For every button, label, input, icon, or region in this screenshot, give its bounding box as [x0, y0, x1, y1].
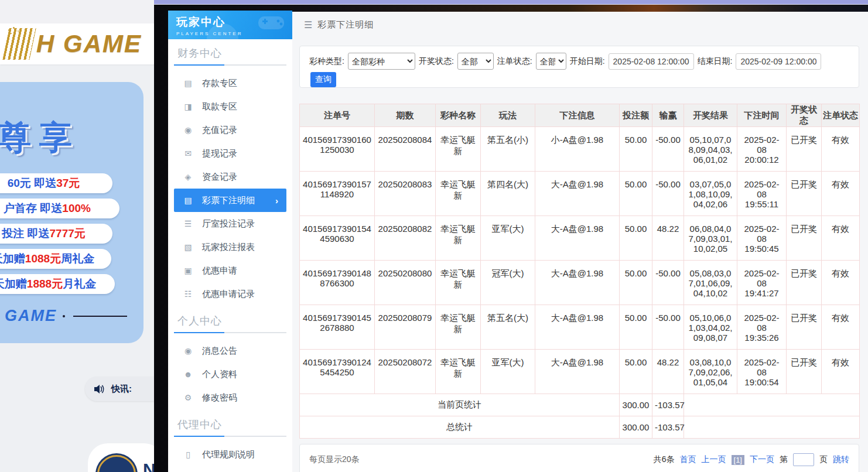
table-cell: 幸运飞艇新 — [436, 350, 481, 394]
promo-footer-dot — [63, 315, 65, 317]
sidebar-sections: 财务中心▤存款专区◨取款专区◉充值记录✉提现记录◈资金记录▤彩票下注明细›☰厅室… — [168, 39, 292, 472]
jump-page-input[interactable] — [793, 453, 814, 466]
agent-rules-icon: ▯ — [183, 450, 193, 459]
table-cell: 401569173901245454250 — [300, 350, 375, 394]
sidebar-item-label: 优惠申请记录 — [202, 289, 255, 300]
table-cell: 已开奖 — [787, 172, 822, 216]
sidebar-header: 玩家中心 PLAYERS CENTER — [168, 11, 292, 39]
hamburger-icon[interactable]: ☰ — [304, 19, 312, 30]
sidebar-item[interactable]: ✉提现记录 — [168, 142, 292, 165]
table-cell: 50.00 — [620, 216, 652, 261]
bell-icon: ◉ — [183, 346, 193, 355]
table-row: 40156917390157114892020250208083幸运飞艇新第四名… — [300, 172, 860, 216]
player-center-overlay: 玩家中心 PLAYERS CENTER 财务中心▤存款专区◨取款专区◉充值记录✉… — [154, 0, 868, 472]
table-row: 40156917390124545425020250208072幸运飞艇新亚军(… — [300, 350, 860, 394]
order-status-select[interactable]: 全部 — [536, 53, 566, 70]
sidebar-item-label: 优惠申请 — [202, 265, 237, 276]
sidebar-item[interactable]: ◉消息公告 — [168, 339, 292, 362]
sidebar-item[interactable]: ◨取款专区 — [168, 95, 292, 118]
logo-dot — [8, 29, 10, 31]
end-date-label: 结束日期: — [698, 56, 733, 67]
table-cell: 有效 — [822, 305, 860, 350]
promo-footer-text: H GAME — [0, 307, 57, 325]
sidebar-item[interactable]: ◈资金记录 — [168, 165, 292, 189]
summary-empty — [684, 394, 860, 416]
start-date-input[interactable] — [609, 53, 694, 70]
promo-pill-text: 1888元 — [27, 276, 63, 292]
draw-status-select[interactable]: 全部 — [457, 53, 494, 70]
sidebar-item[interactable]: ▤存款专区 — [168, 71, 292, 95]
draw-status-label: 开奖状态: — [419, 56, 454, 67]
sidebar-item[interactable]: ☻个人资料 — [168, 362, 292, 386]
column-header: 期数 — [375, 104, 436, 127]
sidebar: 玩家中心 PLAYERS CENTER 财务中心▤存款专区◨取款专区◉充值记录✉… — [168, 11, 292, 472]
promo-pill-text: 天加赠 — [0, 251, 25, 266]
sidebar-item-label: 取款专区 — [202, 101, 237, 112]
prev-page-link[interactable]: 上一页 — [702, 454, 726, 465]
bottom-logo-circle — [97, 455, 136, 472]
table-cell: 已开奖 — [787, 216, 822, 261]
sidebar-item[interactable]: ⚙修改密码 — [168, 386, 292, 409]
start-date-label: 开始日期: — [570, 56, 605, 67]
table-cell: 50.00 — [620, 172, 652, 216]
column-header: 开奖结果 — [684, 104, 737, 127]
gear-icon: ⚙ — [183, 393, 193, 402]
sidebar-item[interactable]: ▦代理团队统计 — [168, 466, 292, 472]
top-lavender-strip — [154, 0, 868, 5]
jump-action-link[interactable]: 跳转 — [833, 454, 849, 465]
promo-apply-record-icon: ☷ — [183, 289, 193, 299]
profile-icon: ☻ — [183, 370, 193, 379]
page-size-text: 每页显示20条 — [309, 454, 360, 465]
column-header: 下注信息 — [535, 104, 620, 127]
summary-row: 总统计300.00-103.57 — [300, 416, 860, 439]
column-header: 注单号 — [300, 104, 375, 127]
sidebar-item[interactable]: ▧玩家投注报表 — [168, 235, 292, 259]
table-cell: 有效 — [822, 127, 860, 172]
search-button[interactable]: 查询 — [310, 72, 336, 87]
table-row: 40156917390148876630020250208080幸运飞艇新冠军(… — [300, 261, 860, 305]
summary-label: 当前页统计 — [300, 394, 620, 416]
withdrawal-record-icon: ✉ — [183, 149, 193, 158]
lottery-bet-detail-icon: ▤ — [183, 196, 193, 205]
table-cell: 亚军(大) — [481, 350, 535, 394]
promo-pill-text: 周礼金 — [61, 251, 94, 266]
summary-empty — [684, 416, 860, 439]
promo-pill-text: 7777元 — [50, 226, 86, 241]
sidebar-item-label: 提现记录 — [202, 148, 237, 159]
table-cell: 小-A盘@1.98 — [535, 127, 620, 172]
sidebar-item[interactable]: ▯代理规则说明 — [168, 443, 292, 466]
sidebar-item[interactable]: ☰厅室投注记录 — [168, 212, 292, 235]
table-cell: 05,08,03,07,01,06,09,04,10,02 — [684, 261, 737, 305]
table-cell: 2025-02-08 19:55:11 — [737, 172, 787, 216]
table-cell: -50.00 — [652, 305, 684, 350]
table-cell: 已开奖 — [787, 350, 822, 394]
table-cell: 大-A盘@1.98 — [535, 261, 620, 305]
table-cell: 已开奖 — [787, 305, 822, 350]
table-cell: 有效 — [822, 216, 860, 261]
table-cell: 2025-02-08 19:00:54 — [737, 350, 787, 394]
pager: 共6条 首页 上一页 [1] 下一页 第 页 跳转 — [654, 453, 849, 466]
table-cell: 20250208084 — [375, 127, 436, 172]
lottery-type-select[interactable]: 全部彩种 — [348, 53, 415, 70]
table-cell: 第四名(大) — [481, 172, 535, 216]
table-cell: 401569173901488766300 — [300, 261, 375, 305]
first-page-link[interactable]: 首页 — [680, 454, 696, 465]
sidebar-item[interactable]: ▤彩票下注明细› — [174, 189, 286, 212]
table-row: 40156917390154459063020250208082幸运飞艇新亚军(… — [300, 216, 860, 261]
promo-pill-text: 投注 即送 — [2, 226, 49, 241]
sidebar-item-label: 代理规则说明 — [202, 449, 255, 460]
sidebar-section: 代理中心▯代理规则说明▦代理团队统计 — [168, 418, 292, 472]
sidebar-item[interactable]: ▣优惠申请 — [168, 259, 292, 282]
next-page-link[interactable]: 下一页 — [750, 454, 774, 465]
sidebar-item[interactable]: ☷优惠申请记录 — [168, 282, 292, 306]
gamepad-icon — [255, 12, 288, 32]
promo-pill-text: 月礼金 — [63, 276, 96, 292]
end-date-input[interactable] — [736, 53, 821, 70]
summary-row: 当前页统计300.00-103.57 — [300, 394, 860, 416]
recharge-record-icon: ◉ — [183, 125, 193, 135]
table-cell: 大-A盘@1.98 — [535, 350, 620, 394]
sidebar-item[interactable]: ◉充值记录 — [168, 118, 292, 142]
table-cell: 03,07,05,01,08,10,09,04,02,06 — [684, 172, 737, 216]
jump-prefix-label: 第 — [780, 454, 788, 465]
table-cell: 20250208072 — [375, 350, 436, 394]
